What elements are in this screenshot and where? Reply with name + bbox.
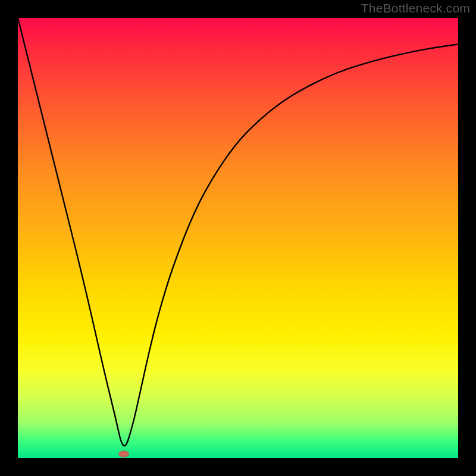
curve-path (18, 18, 458, 446)
plot-area (18, 18, 458, 458)
watermark-text: TheBottleneck.com (361, 1, 470, 15)
min-marker (118, 450, 129, 457)
curve-svg (18, 18, 458, 458)
chart-frame: TheBottleneck.com (0, 0, 476, 476)
